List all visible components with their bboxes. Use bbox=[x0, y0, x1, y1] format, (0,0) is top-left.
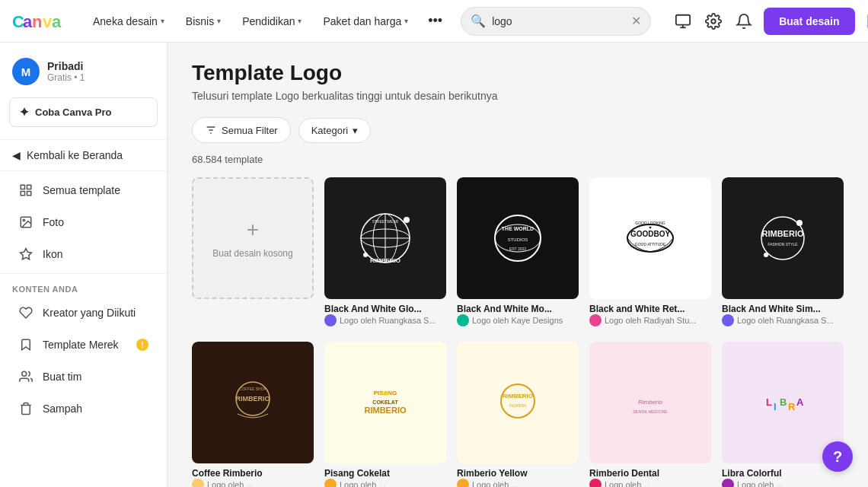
sidebar-item-foto[interactable]: Foto bbox=[6, 207, 161, 237]
template-name-3: Black And White Sim... bbox=[722, 304, 844, 314]
chevron-left-icon: ◀ bbox=[12, 149, 21, 161]
template-author-0: Logo oleh Ruangkasa S... bbox=[324, 314, 446, 326]
svg-point-28 bbox=[363, 253, 368, 257]
dental-svg: Rimberio DENTAL MEDICINE bbox=[620, 372, 681, 433]
settings-icon-button[interactable] bbox=[700, 8, 727, 35]
search-input[interactable] bbox=[492, 15, 625, 27]
svg-text:a: a bbox=[52, 12, 62, 31]
search-clear-icon[interactable]: ✕ bbox=[631, 14, 641, 28]
author-avatar-2 bbox=[589, 314, 602, 326]
svg-rect-10 bbox=[27, 185, 31, 189]
template-card-black-white-ret[interactable]: GOODBOY GOOD ATTITUDE GOOD LOOKING ♥ Bla… bbox=[589, 177, 711, 331]
svg-text:RIMBERIO: RIMBERIO bbox=[762, 229, 804, 238]
semua-filter-button[interactable]: Semua Filter bbox=[192, 117, 291, 143]
author-avatar-8 bbox=[722, 479, 734, 487]
svg-text:THE WORLD: THE WORLD bbox=[502, 226, 534, 231]
svg-text:DENTAL MEDICINE: DENTAL MEDICINE bbox=[633, 409, 668, 414]
template-thumb-black-white-ret: GOODBOY GOOD ATTITUDE GOOD LOOKING ♥ bbox=[589, 177, 711, 299]
kategori-button[interactable]: Kategori ▾ bbox=[298, 118, 371, 143]
template-card-rimberio-yellow[interactable]: RIMBERIO FASHION Rimberio Yellow Logo ol… bbox=[457, 342, 579, 487]
svg-marker-15 bbox=[21, 249, 32, 259]
template-author-2: Logo oleh Radiyah Stu... bbox=[589, 314, 711, 326]
nav-pendidikan[interactable]: Pendidikan ▾ bbox=[235, 11, 309, 32]
template-thumb-pisang: PISANG COKELAT RIMBERIO bbox=[324, 342, 446, 463]
svg-point-51 bbox=[501, 384, 535, 418]
template-card-black-white-glo[interactable]: RIMBERIO STREETWEAR Black And White Glo.… bbox=[324, 177, 446, 331]
sidebar-item-ikon[interactable]: Ikon bbox=[6, 239, 161, 269]
svg-text:RIMBERIO: RIMBERIO bbox=[503, 393, 533, 399]
rimberio-yellow-svg: RIMBERIO FASHION bbox=[487, 372, 548, 433]
nav-more-button[interactable]: ••• bbox=[422, 8, 448, 33]
svg-text:STREETWEAR: STREETWEAR bbox=[372, 219, 399, 224]
sidebar-user-sub: Gratis • 1 bbox=[47, 72, 85, 83]
template-thumb-rimberio-yellow: RIMBERIO FASHION bbox=[457, 342, 579, 463]
buat-desain-button[interactable]: Buat desain bbox=[764, 8, 854, 35]
trash-icon bbox=[18, 401, 34, 416]
svg-point-50 bbox=[381, 391, 390, 396]
template-author-5: Logo oleh ... bbox=[324, 479, 446, 487]
svg-point-14 bbox=[23, 219, 24, 221]
monitor-icon-button[interactable] bbox=[669, 8, 697, 35]
template-card-black-white-sim[interactable]: RIMBERIO FASHION STYLE Black And White S… bbox=[722, 177, 844, 331]
template-thumb-coffee: COFFEE SHOP RIMBERIO bbox=[192, 342, 314, 463]
sidebar-item-buat-tim[interactable]: Buat tim bbox=[6, 361, 161, 392]
search-bar[interactable]: 🔍 ✕ bbox=[461, 7, 651, 36]
template-author-1: Logo oleh Kaye Designs bbox=[457, 314, 579, 326]
svg-text:RIMBERIO: RIMBERIO bbox=[365, 406, 407, 415]
photo-icon bbox=[18, 215, 34, 230]
nav-paket-harga[interactable]: Paket dan harga ▾ bbox=[315, 11, 416, 32]
sidebar-back-button[interactable]: ◀ Kembali ke Beranda bbox=[0, 143, 167, 167]
template-card-black-white-mo[interactable]: THE WORLD STUDIOS EST 2022 Black And Whi… bbox=[457, 177, 579, 331]
filter-icon bbox=[205, 124, 217, 136]
world-studios-svg: THE WORLD STUDIOS EST 2022 bbox=[487, 208, 548, 269]
template-card-pisang[interactable]: PISANG COKELAT RIMBERIO Pisang Cokelat L… bbox=[324, 342, 446, 487]
svg-text:COFFEE SHOP: COFFEE SHOP bbox=[239, 387, 267, 391]
sidebar-item-kreator[interactable]: Kreator yang Diikuti bbox=[6, 298, 161, 328]
svg-text:B: B bbox=[780, 396, 787, 408]
template-author-4: Logo oleh ... bbox=[192, 479, 314, 487]
template-name-1: Black And White Mo... bbox=[457, 304, 579, 314]
sidebar-item-semua-template[interactable]: Semua template bbox=[6, 175, 161, 205]
nav-bisnis[interactable]: Bisnis ▾ bbox=[178, 11, 228, 32]
chevron-down-icon: ▾ bbox=[404, 17, 408, 25]
templates-grid: + Buat desain kosong RIMBERIO bbox=[192, 177, 844, 487]
sidebar-item-sampah[interactable]: Sampah bbox=[6, 393, 161, 424]
template-card-dental[interactable]: Rimberio DENTAL MEDICINE Rimberio Dental… bbox=[589, 342, 711, 487]
template-name-0: Black And White Glo... bbox=[324, 304, 446, 314]
chevron-down-icon: ▾ bbox=[217, 17, 221, 25]
sidebar-divider bbox=[0, 139, 167, 140]
create-empty-card[interactable]: + Buat desain kosong bbox=[192, 177, 314, 331]
svg-text:FASHION: FASHION bbox=[509, 403, 526, 408]
svg-text:RIMBERIO: RIMBERIO bbox=[370, 257, 400, 264]
people-icon bbox=[18, 369, 34, 384]
svg-text:♥: ♥ bbox=[649, 225, 652, 230]
main-layout: M Pribadi Gratis • 1 ✦ Coba Canva Pro ◀ … bbox=[0, 43, 868, 487]
nav-aneka-desain[interactable]: Aneka desain ▾ bbox=[85, 11, 172, 32]
content-subtitle: Telusuri template Logo berkualitas tingg… bbox=[192, 90, 844, 102]
author-avatar-1 bbox=[457, 314, 469, 326]
svg-text:STUDIOS: STUDIOS bbox=[508, 237, 528, 242]
svg-text:EST 2022: EST 2022 bbox=[509, 247, 526, 251]
author-avatar-7 bbox=[589, 479, 602, 487]
sidebar-item-template-merek[interactable]: Template Merek ! bbox=[6, 329, 161, 360]
sidebar-user: M Pribadi Gratis • 1 bbox=[0, 52, 167, 97]
create-empty-thumb: + Buat desain kosong bbox=[192, 177, 314, 299]
template-name-2: Black and White Ret... bbox=[589, 304, 711, 314]
help-button[interactable]: ? bbox=[822, 441, 853, 472]
author-avatar-6 bbox=[457, 479, 469, 487]
canva-logo[interactable]: C a n v a bbox=[12, 11, 73, 32]
sidebar-avatar: M bbox=[12, 58, 40, 85]
svg-point-43 bbox=[764, 253, 768, 257]
svg-point-42 bbox=[796, 220, 803, 226]
template-name-4: Coffee Rimberio bbox=[192, 468, 314, 479]
template-name-6: Rimberio Yellow bbox=[457, 468, 579, 479]
svg-rect-9 bbox=[21, 185, 24, 189]
bell-icon-button[interactable] bbox=[730, 8, 758, 35]
coba-canva-pro-button[interactable]: ✦ Coba Canva Pro bbox=[9, 97, 158, 127]
goodboy-svg: GOODBOY GOOD ATTITUDE GOOD LOOKING ♥ bbox=[620, 208, 681, 269]
template-card-coffee[interactable]: COFFEE SHOP RIMBERIO Coffee Rimberio Log… bbox=[192, 342, 314, 487]
template-author-7: Logo oleh ... bbox=[589, 479, 711, 487]
author-avatar-0 bbox=[324, 314, 337, 326]
author-avatar-4 bbox=[192, 479, 204, 487]
svg-text:RIMBERIO: RIMBERIO bbox=[236, 395, 270, 403]
